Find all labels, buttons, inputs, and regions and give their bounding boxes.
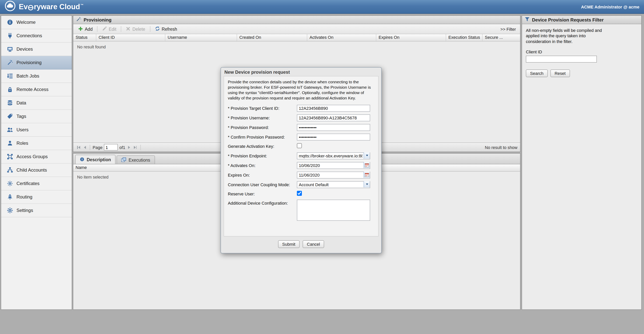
column-header-username[interactable]: Username <box>165 34 237 41</box>
provision-client-id-input[interactable] <box>297 105 370 112</box>
sidebar-item-data[interactable]: Data <box>1 96 72 110</box>
sidebar-item-routing[interactable]: Routing <box>1 190 72 204</box>
provision-endpoint-combo[interactable] <box>297 153 370 160</box>
paging-empty-message: No result to show <box>485 145 518 150</box>
form-row: Expires On: <box>228 171 374 179</box>
coupling-mode-dropdown-trigger[interactable] <box>364 181 370 188</box>
dialog-body: Provide the connection details used by t… <box>224 76 378 236</box>
form-row: Generate Activation Key: <box>228 143 374 150</box>
filter-panel-title: Device Provision Requests Filter <box>532 17 604 23</box>
funnel-icon <box>525 17 530 23</box>
activates-on-calendar-trigger[interactable] <box>364 162 370 168</box>
reserve-user-checkbox[interactable] <box>297 191 302 196</box>
activates-on-date-input[interactable] <box>297 162 370 169</box>
sidebar-item-settings[interactable]: Settings <box>1 204 72 217</box>
submit-button[interactable]: Submit <box>278 240 300 248</box>
form-row: * Provision Endpoint: <box>228 152 374 160</box>
sidebar-item-label: Access Groups <box>16 154 48 159</box>
tab-executions[interactable]: Executions <box>117 155 155 164</box>
search-button[interactable]: Search <box>526 70 548 77</box>
page-of-label: of1 <box>119 145 125 150</box>
generate-activation-key-label: Generate Activation Key: <box>228 144 297 149</box>
first-page-button[interactable] <box>76 145 81 150</box>
sidebar-item-certificates[interactable]: Certificates <box>1 177 72 190</box>
confirm-password-input[interactable] <box>297 134 370 141</box>
column-header-activates-on[interactable]: Activates On <box>307 34 376 41</box>
tab-description[interactable]: Description <box>75 155 116 164</box>
provision-username-input[interactable] <box>297 115 370 122</box>
sidebar-item-label: Certificates <box>16 181 40 186</box>
users-icon <box>6 127 13 133</box>
form-row: * Provision Username: <box>228 114 374 122</box>
column-header-expires-on[interactable]: Expires On <box>376 34 446 41</box>
provision-password-label: * Provision Password: <box>228 125 297 130</box>
sidebar-item-remote-access[interactable]: Remote Access <box>1 83 72 96</box>
info-icon <box>80 157 84 162</box>
edit-button[interactable]: Edit <box>100 26 119 33</box>
column-header-secure[interactable]: Secure ... <box>482 34 520 41</box>
panel-title: Provisioning <box>84 17 112 23</box>
prev-page-button[interactable] <box>83 145 87 150</box>
org-tree-icon <box>6 167 13 173</box>
paging-separator <box>90 145 90 150</box>
dialog-title[interactable]: New Device provision request <box>221 68 381 76</box>
person-icon <box>6 140 13 146</box>
app-window: Evryware Cloud™ ACME Administrator @ acm… <box>0 0 644 334</box>
refresh-icon <box>155 26 160 32</box>
column-header-execution-status[interactable]: Execution Status <box>446 34 482 41</box>
sidebar-item-users[interactable]: Users <box>1 123 72 137</box>
column-header-status[interactable]: Status <box>73 34 96 41</box>
client-id-label: Client ID <box>526 50 638 54</box>
column-header-client-id[interactable]: Client ID <box>96 34 165 41</box>
sidebar-item-batch-jobs[interactable]: Batch Jobs <box>1 70 72 83</box>
lock-icon <box>6 86 13 93</box>
sidebar-item-welcome[interactable]: Welcome <box>1 16 72 29</box>
generate-activation-key-checkbox[interactable] <box>297 143 302 148</box>
delete-button[interactable]: Delete <box>124 26 148 33</box>
refresh-button[interactable]: Refresh <box>152 25 180 33</box>
sidebar-item-roles[interactable]: Roles <box>1 137 72 150</box>
paging-separator <box>140 145 141 150</box>
cancel-button[interactable]: Cancel <box>303 240 324 248</box>
client-id-filter-input[interactable] <box>526 56 597 63</box>
last-page-button[interactable] <box>132 145 138 150</box>
toolbar-separator <box>150 26 150 32</box>
provisioning-panel-header: Provisioning <box>73 16 520 24</box>
expires-on-calendar-trigger[interactable] <box>364 172 370 178</box>
sidebar-item-label: Settings <box>16 208 33 213</box>
toolbar-separator <box>121 26 122 32</box>
expires-on-date-input[interactable] <box>297 172 370 179</box>
add-button[interactable]: Add <box>76 26 95 33</box>
form-row: * Provision Target Client ID: <box>228 105 374 112</box>
sidebar-item-label: Users <box>16 127 28 132</box>
cloud-logo-icon <box>4 1 16 13</box>
chevron-down-icon <box>366 155 368 156</box>
dialog-description: Provide the connection details used by t… <box>228 80 374 101</box>
info-icon <box>6 19 13 26</box>
sidebar-item-provisioning[interactable]: Provisioning <box>1 56 72 70</box>
provision-password-input[interactable] <box>297 124 370 131</box>
sidebar-item-label: Welcome <box>16 20 36 25</box>
sidebar-item-connections[interactable]: Connections <box>1 29 72 43</box>
toolbar-separator <box>97 26 98 32</box>
sidebar-item-devices[interactable]: Devices <box>1 43 72 56</box>
column-header-created-on[interactable]: Created On <box>237 34 307 41</box>
sidebar-item-access-groups[interactable]: Access Groups <box>1 150 72 164</box>
coupling-mode-label: Connection User Coupling Mode: <box>228 182 297 187</box>
next-page-button[interactable] <box>127 145 131 150</box>
sidebar-item-tags[interactable]: Tags <box>1 110 72 123</box>
provisioning-toolbar: Add Edit Delete Refresh >> Fil <box>73 24 520 34</box>
sidebar-item-label: Routing <box>16 194 32 200</box>
wand-icon <box>6 59 13 66</box>
device-config-textarea[interactable] <box>297 200 370 221</box>
sidebar-item-label: Roles <box>16 141 28 146</box>
endpoint-dropdown-trigger[interactable] <box>364 153 370 159</box>
page-input[interactable] <box>104 144 118 151</box>
filter-toggle-link[interactable]: >> Filter <box>500 27 518 31</box>
reset-button[interactable]: Reset <box>550 70 570 77</box>
form-row: * Activates On: <box>228 162 374 169</box>
form-row: Reserve User: <box>228 191 374 197</box>
coupling-mode-combo[interactable] <box>297 181 370 188</box>
sidebar-item-child-accounts[interactable]: Child Accounts <box>1 164 72 177</box>
top-header-bar: Evryware Cloud™ ACME Administrator @ acm… <box>0 0 644 14</box>
